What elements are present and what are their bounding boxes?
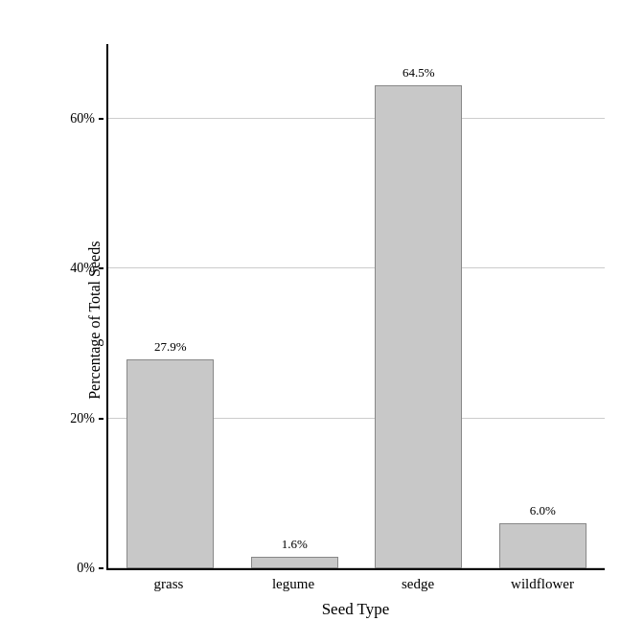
bar-group-wildflower: 6.0% [481, 44, 606, 568]
y-tick-40: 40% [70, 261, 104, 276]
x-labels: grasslegumesedgewildflower [106, 576, 605, 592]
x-label-wildflower: wildflower [480, 576, 605, 592]
chart-area: 0%20%40%60% 27.9%1.6%64.5%6.0% grasslegu… [106, 44, 605, 619]
bar-group-legume: 1.6% [233, 44, 357, 568]
bar-grass: 27.9% [126, 359, 214, 568]
bar-group-grass: 27.9% [108, 44, 233, 568]
x-axis-title: Seed Type [106, 600, 605, 619]
bar-value-label-legume: 1.6% [252, 537, 337, 552]
x-label-legume: legume [231, 576, 356, 592]
y-tick-60: 60% [70, 111, 104, 126]
bar-value-label-wildflower: 6.0% [500, 503, 586, 518]
chart-container: Percentage of Total Seeds 0%20%40%60% 27… [25, 25, 619, 619]
bar-sedge: 64.5% [375, 85, 462, 568]
bars-wrapper: 27.9%1.6%64.5%6.0% [108, 44, 605, 568]
bar-legume: 1.6% [251, 557, 338, 569]
x-label-grass: grass [106, 576, 231, 592]
bar-group-sedge: 64.5% [356, 44, 481, 568]
plot-region: 0%20%40%60% 27.9%1.6%64.5%6.0% [106, 44, 605, 570]
y-axis: 0%20%40%60% [41, 44, 104, 568]
bar-wildflower: 6.0% [499, 523, 586, 568]
x-label-sedge: sedge [356, 576, 480, 592]
bar-value-label-sedge: 64.5% [376, 65, 461, 80]
bar-value-label-grass: 27.9% [127, 339, 213, 355]
y-tick-0: 0% [77, 561, 104, 576]
y-tick-20: 20% [70, 411, 104, 426]
